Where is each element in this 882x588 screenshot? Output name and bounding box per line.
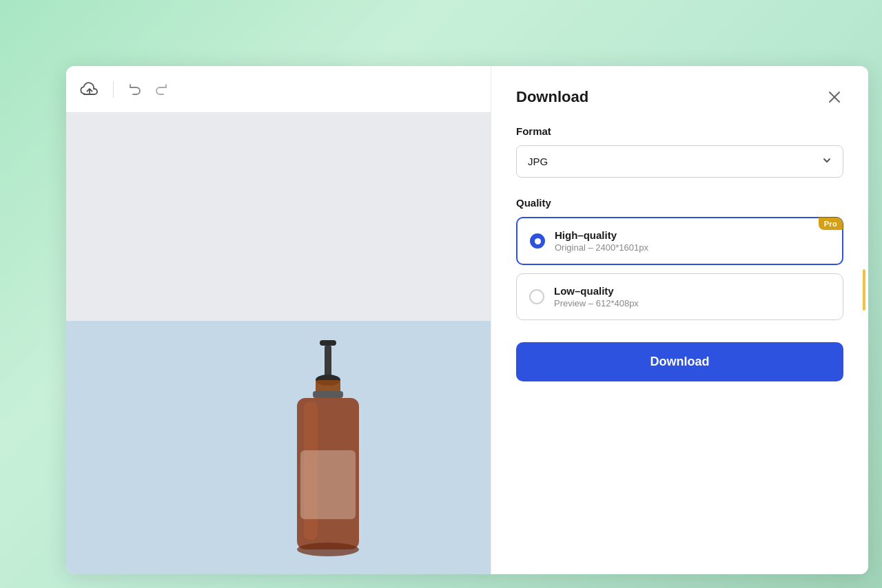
product-image <box>259 340 397 574</box>
quality-name-high: High–quality <box>555 229 648 241</box>
format-dropdown-wrapper[interactable]: JPG PNG SVG PDF <box>516 145 843 178</box>
main-container: Download <box>66 66 868 574</box>
download-panel: Download Format JPG PNG SVG PDF <box>491 66 868 574</box>
panel-title: Download <box>516 88 588 106</box>
quality-desc-high: Original – 2400*1601px <box>555 242 648 253</box>
format-label: Format <box>516 125 843 137</box>
toolbar-left <box>80 81 169 98</box>
panel-header: Download <box>516 88 843 106</box>
undo-icon[interactable] <box>127 82 143 97</box>
svg-rect-5 <box>313 391 343 398</box>
panel-download-button[interactable]: Download <box>516 342 843 381</box>
quality-name-low: Low–quality <box>554 285 639 297</box>
radio-inner-high <box>535 238 541 244</box>
radio-low <box>529 289 544 304</box>
pro-badge: Pro <box>819 218 843 230</box>
quality-label: Quality <box>516 197 843 209</box>
quality-text-high: High–quality Original – 2400*1601px <box>555 229 648 253</box>
svg-rect-8 <box>300 450 356 519</box>
close-button[interactable] <box>825 88 843 106</box>
quality-section: Quality High–quality Original – 2400*160… <box>516 197 843 320</box>
quality-desc-low: Preview – 612*408px <box>554 298 639 308</box>
radio-high <box>530 233 545 249</box>
quality-option-low[interactable]: Low–quality Preview – 612*408px <box>516 273 843 320</box>
format-select[interactable]: JPG PNG SVG PDF <box>516 145 843 178</box>
quality-option-high[interactable]: High–quality Original – 2400*1601px Pro <box>516 217 843 265</box>
svg-rect-1 <box>320 340 336 346</box>
svg-point-9 <box>297 543 359 556</box>
quality-text-low: Low–quality Preview – 612*408px <box>554 285 639 308</box>
redo-icon[interactable] <box>154 82 169 97</box>
scrollbar-indicator <box>863 269 865 311</box>
toolbar-divider <box>113 81 114 98</box>
cloud-icon[interactable] <box>80 82 99 97</box>
